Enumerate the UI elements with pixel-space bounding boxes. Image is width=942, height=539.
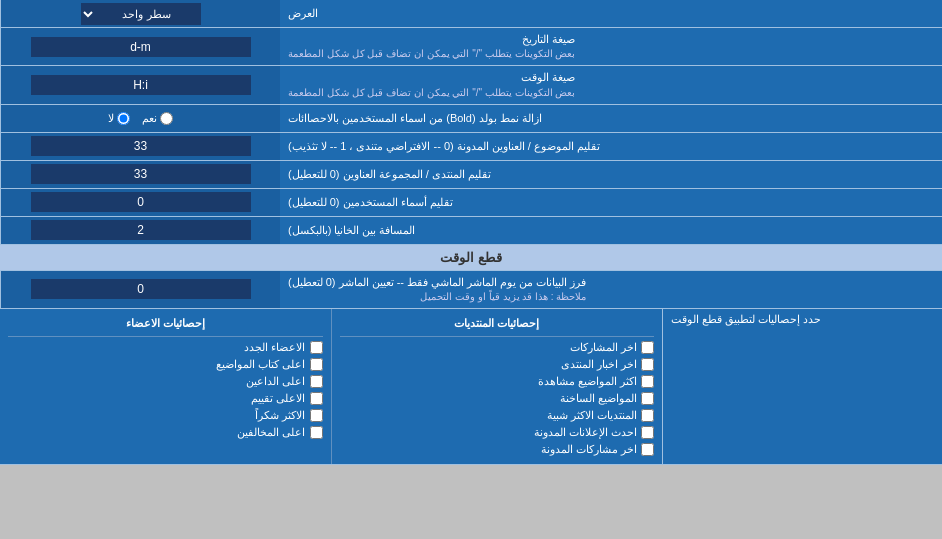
date-format-input-area: d-m (0, 28, 280, 65)
bold-label: ازالة نمط بولد (Bold) من اسماء المستخدمي… (280, 105, 942, 132)
check-item-2: اخر اخبار المنتدى (340, 358, 655, 371)
date-format-label: صيغة التاريخ بعض التكوينات يتطلب "/" الت… (280, 28, 942, 65)
stats-col2-header-text: إحصائيات الاعضاء (126, 317, 205, 329)
check-col1-2[interactable] (641, 358, 654, 371)
topics-label-text: تقليم الموضوع / العناوين المدونة (0 -- ا… (288, 139, 600, 154)
cutoff-label: فرز البيانات من يوم الماشر الماشي فقط --… (280, 271, 942, 308)
topics-row: تقليم الموضوع / العناوين المدونة (0 -- ا… (0, 133, 942, 161)
time-format-input[interactable]: H:i (31, 75, 251, 95)
forum-label-text: تقليم المنتدى / المجموعة العناوين (0 للت… (288, 167, 491, 182)
stats-col1: إحصائيات المنتديات اخر المشاركات اخر اخب… (331, 309, 663, 464)
check-col1-6-label: احدث الإعلانات المدونة (534, 426, 637, 439)
bold-yes-label[interactable]: نعم (142, 112, 173, 125)
check-col2-2-label: اعلى كتاب المواضيع (216, 358, 305, 371)
top-row: العرض سطر واحد (0, 0, 942, 28)
check-col1-1-label: اخر المشاركات (570, 341, 637, 354)
check-item-3: اكثر المواضيع مشاهدة (340, 375, 655, 388)
check-col1-5-label: المنتديات الاكثر شبية (547, 409, 637, 422)
time-format-note: بعض التكوينات يتطلب "/" التي يمكن ان تضا… (288, 86, 575, 100)
top-select[interactable]: سطر واحد (81, 3, 201, 25)
stats-apply-label-text: حدد إحصاليات لتطبيق قطع الوقت (671, 313, 821, 326)
time-format-label-text: صيغة الوقت (288, 70, 575, 85)
distance-label: المسافة بين الخانيا (بالبكسل) (280, 217, 942, 244)
check-col1-2-label: اخر اخبار المنتدى (561, 358, 637, 371)
check-col1-6[interactable] (641, 426, 654, 439)
distance-label-text: المسافة بين الخانيا (بالبكسل) (288, 223, 416, 238)
check-col2-2[interactable] (310, 358, 323, 371)
check-item-1: اخر المشاركات (340, 341, 655, 354)
main-container: العرض سطر واحد صيغة التاريخ بعض التكوينا… (0, 0, 942, 465)
check-col1-7[interactable] (641, 443, 654, 456)
check-col1-1[interactable] (641, 341, 654, 354)
date-format-row: صيغة التاريخ بعض التكوينات يتطلب "/" الت… (0, 28, 942, 66)
check-col2-item-5: الاكثر شكراً (8, 409, 323, 422)
forum-input[interactable]: 33 (31, 164, 251, 184)
check-col2-3-label: اعلى الداعين (246, 375, 305, 388)
check-col1-3[interactable] (641, 375, 654, 388)
users-label: تقليم أسماء المستخدمين (0 للتعطيل) (280, 189, 942, 216)
check-item-5: المنتديات الاكثر شبية (340, 409, 655, 422)
bold-label-text: ازالة نمط بولد (Bold) من اسماء المستخدمي… (288, 111, 542, 126)
check-item-4: المواضيع الساخنة (340, 392, 655, 405)
topics-input[interactable]: 33 (31, 136, 251, 156)
check-col2-3[interactable] (310, 375, 323, 388)
check-col2-4-label: الاعلى تقييم (251, 392, 305, 405)
users-input[interactable]: 0 (31, 192, 251, 212)
check-col1-4-label: المواضيع الساخنة (560, 392, 637, 405)
check-col2-4[interactable] (310, 392, 323, 405)
check-col2-item-4: الاعلى تقييم (8, 392, 323, 405)
cutoff-input-area: 0 (0, 271, 280, 308)
bold-radio-area: نعم لا (0, 105, 280, 132)
cutoff-input[interactable]: 0 (31, 279, 251, 299)
check-col1-3-label: اكثر المواضيع مشاهدة (538, 375, 637, 388)
forum-row: تقليم المنتدى / المجموعة العناوين (0 للت… (0, 161, 942, 189)
check-col2-6[interactable] (310, 426, 323, 439)
cutoff-note: ملاحظة : هذا قد يزيد قياً او وقت التحميل (288, 290, 586, 304)
check-col1-7-label: اخر مشاركات المدونة (541, 443, 637, 456)
check-col2-1-label: الاعضاء الجدد (244, 341, 305, 354)
check-col2-item-1: الاعضاء الجدد (8, 341, 323, 354)
stats-col2: إحصائيات الاعضاء الاعضاء الجدد اعلى كتاب… (0, 309, 331, 464)
check-col2-5[interactable] (310, 409, 323, 422)
check-col1-4[interactable] (641, 392, 654, 405)
date-format-note: بعض التكوينات يتطلب "/" التي يمكن ان تضا… (288, 47, 575, 61)
cutoff-label-text: فرز البيانات من يوم الماشر الماشي فقط --… (288, 275, 586, 290)
check-col2-item-3: اعلى الداعين (8, 375, 323, 388)
forum-label: تقليم المنتدى / المجموعة العناوين (0 للت… (280, 161, 942, 188)
date-format-label-text: صيغة التاريخ (288, 32, 575, 47)
bold-no-text: لا (108, 112, 114, 125)
check-col1-5[interactable] (641, 409, 654, 422)
distance-input-area: 2 (0, 217, 280, 244)
top-label: العرض (280, 0, 942, 27)
stats-container: حدد إحصاليات لتطبيق قطع الوقت إحصائيات ا… (0, 309, 942, 465)
users-input-area: 0 (0, 189, 280, 216)
users-row: تقليم أسماء المستخدمين (0 للتعطيل) 0 (0, 189, 942, 217)
bold-row: ازالة نمط بولد (Bold) من اسماء المستخدمي… (0, 105, 942, 133)
top-label-text: العرض (288, 7, 318, 20)
time-format-label: صيغة الوقت بعض التكوينات يتطلب "/" التي … (280, 66, 942, 103)
check-col2-6-label: اعلى المخالفين (237, 426, 305, 439)
topics-label: تقليم الموضوع / العناوين المدونة (0 -- ا… (280, 133, 942, 160)
check-col2-5-label: الاكثر شكراً (255, 409, 305, 422)
bold-no-radio[interactable] (117, 112, 130, 125)
bold-yes-radio[interactable] (160, 112, 173, 125)
stats-col1-header: إحصائيات المنتديات (340, 313, 655, 337)
topics-input-area: 33 (0, 133, 280, 160)
stats-col1-header-text: إحصائيات المنتديات (454, 317, 539, 329)
check-col2-item-2: اعلى كتاب المواضيع (8, 358, 323, 371)
time-format-input-area: H:i (0, 66, 280, 103)
cutoff-row: فرز البيانات من يوم الماشر الماشي فقط --… (0, 271, 942, 309)
cutoff-section-header: قطع الوقت (0, 245, 942, 271)
check-col2-1[interactable] (310, 341, 323, 354)
time-format-row: صيغة الوقت بعض التكوينات يتطلب "/" التي … (0, 66, 942, 104)
stats-col2-header: إحصائيات الاعضاء (8, 313, 323, 337)
bold-no-label[interactable]: لا (108, 112, 130, 125)
top-select-area: سطر واحد (0, 0, 280, 27)
distance-input[interactable]: 2 (31, 220, 251, 240)
check-item-6: احدث الإعلانات المدونة (340, 426, 655, 439)
forum-input-area: 33 (0, 161, 280, 188)
cutoff-section-title: قطع الوقت (440, 250, 502, 265)
users-label-text: تقليم أسماء المستخدمين (0 للتعطيل) (288, 195, 453, 210)
check-col2-item-6: اعلى المخالفين (8, 426, 323, 439)
date-format-input[interactable]: d-m (31, 37, 251, 57)
